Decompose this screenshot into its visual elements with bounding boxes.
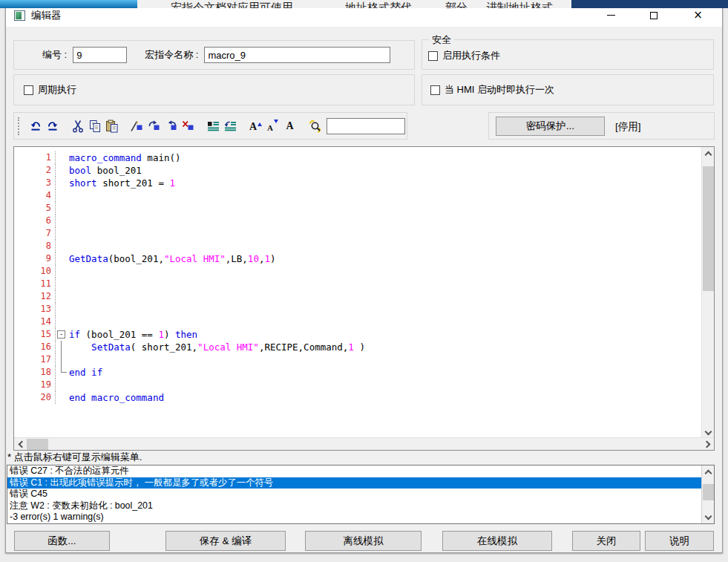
taskbar-fragment bbox=[0, 0, 137, 8]
outdent-icon[interactable] bbox=[222, 117, 239, 135]
font-enlarge-icon[interactable]: A bbox=[247, 117, 264, 135]
maximize-icon bbox=[650, 12, 658, 19]
code-line: 6 bbox=[14, 215, 702, 227]
compile-message-row[interactable]: -3 error(s) 1 warning(s) bbox=[7, 512, 714, 523]
font-shrink-icon[interactable]: A bbox=[264, 117, 281, 135]
error-scroll-thumb[interactable] bbox=[703, 484, 714, 500]
online-simulation-button[interactable]: 在线模拟 bbox=[442, 531, 552, 551]
clear-bookmarks-icon[interactable] bbox=[180, 117, 197, 135]
fold-column bbox=[56, 265, 69, 278]
close-dialog-button[interactable]: 关闭 bbox=[572, 531, 640, 551]
fold-column bbox=[56, 278, 69, 290]
copy-icon[interactable] bbox=[86, 117, 103, 135]
code-line: 7 bbox=[14, 227, 702, 240]
background-strip: 宏指令文档对应用可使用 地址格式替代 部分 进制地址格式 bbox=[0, 0, 728, 8]
compile-message-row[interactable]: 错误 C1 : 出现此项错误提示时， 一般都是多了或者少了一个符号 bbox=[7, 477, 714, 489]
line-number: 7 bbox=[14, 227, 56, 240]
line-number: 18 bbox=[14, 366, 56, 379]
toolbar-grip[interactable] bbox=[18, 117, 21, 135]
code-line: 10 bbox=[14, 265, 702, 278]
run-on-startup-label: 当 HMI 启动时即执行一次 bbox=[445, 83, 554, 97]
code-text: end if bbox=[69, 367, 102, 378]
horizontal-scroll-thumb[interactable] bbox=[27, 439, 48, 450]
code-view[interactable]: 1macro_command main()2bool bool_2013shor… bbox=[14, 147, 702, 438]
code-text: SetData( short_201,"Local HMI",RECIPE,Co… bbox=[69, 342, 365, 353]
paste-icon[interactable] bbox=[103, 117, 120, 135]
fold-column bbox=[56, 202, 69, 215]
scroll-up-button[interactable] bbox=[702, 147, 715, 160]
macro-name-input[interactable] bbox=[204, 47, 390, 63]
chevron-up-icon bbox=[705, 469, 712, 477]
background-text-fragment: 地址格式替代 bbox=[345, 1, 412, 8]
find-input[interactable] bbox=[327, 118, 405, 134]
password-protect-button[interactable]: 密码保护... bbox=[496, 117, 605, 136]
fold-column bbox=[56, 366, 69, 379]
scroll-left-button[interactable] bbox=[14, 438, 27, 451]
background-window-fragment bbox=[571, 0, 728, 8]
code-line: 1macro_command main() bbox=[14, 151, 702, 164]
periodic-checkbox[interactable] bbox=[24, 85, 33, 95]
code-text: if (bool_201 == 1) then bbox=[69, 329, 197, 340]
editor-horizontal-scrollbar[interactable] bbox=[14, 437, 714, 450]
enable-condition-label: 启用执行条件 bbox=[442, 49, 500, 62]
code-line: 17 bbox=[14, 353, 702, 366]
code-line: 3short short_201 = 1 bbox=[14, 177, 702, 189]
cut-icon[interactable] bbox=[69, 117, 86, 135]
password-group: 密码保护... [停用] bbox=[488, 112, 715, 140]
save-compile-button[interactable]: 保存 & 编译 bbox=[165, 531, 286, 551]
periodic-group: 周期执行 bbox=[13, 74, 415, 105]
code-line: 8 bbox=[14, 240, 702, 252]
fold-toggle[interactable]: - bbox=[56, 328, 69, 341]
close-icon: × bbox=[693, 10, 703, 21]
compile-message-row[interactable]: 错误 C27 : 不合法的运算元件 bbox=[7, 465, 714, 477]
compile-message-list[interactable]: 错误 C27 : 不合法的运算元件错误 C1 : 出现此项错误提示时， 一般都是… bbox=[7, 465, 715, 524]
scroll-right-button[interactable] bbox=[701, 438, 714, 451]
background-window-text: 宏指令文档对应用可使用 地址格式替代 部分 进制地址格式 bbox=[137, 0, 571, 8]
undo-icon[interactable] bbox=[27, 117, 44, 135]
redo-icon[interactable] bbox=[44, 117, 61, 135]
code-text: macro_command main() bbox=[69, 152, 181, 163]
chevron-down-icon bbox=[705, 512, 712, 520]
code-text: end macro_command bbox=[69, 392, 164, 403]
code-editor[interactable]: 1macro_command main()2bool bool_2013shor… bbox=[13, 146, 715, 451]
fold-column bbox=[56, 177, 69, 189]
macro-editor-dialog: 编辑器 × 编号 : 宏指令名称 : 安全 启用执行条件 周期执行 当 HMI … bbox=[5, 4, 723, 553]
line-number: 2 bbox=[14, 164, 56, 177]
line-number: 11 bbox=[14, 278, 56, 290]
line-number: 5 bbox=[14, 202, 56, 215]
find-icon[interactable] bbox=[306, 117, 324, 135]
offline-simulation-button[interactable]: 离线模拟 bbox=[305, 531, 422, 551]
error-scroll-down-button[interactable] bbox=[702, 511, 715, 523]
code-line: 11 bbox=[14, 278, 702, 290]
line-number: 1 bbox=[14, 151, 56, 164]
font-normal-icon[interactable]: A bbox=[281, 117, 298, 135]
line-number: 14 bbox=[14, 316, 56, 328]
code-line: 19 bbox=[14, 379, 702, 391]
code-text: bool bool_201 bbox=[69, 165, 142, 176]
vertical-scroll-thumb[interactable] bbox=[703, 166, 714, 291]
compile-message-row[interactable]: 错误 C45 bbox=[7, 489, 714, 500]
prev-bookmark-icon[interactable] bbox=[163, 117, 180, 135]
error-list-scrollbar[interactable] bbox=[701, 465, 714, 523]
number-label: 编号 : bbox=[42, 48, 67, 62]
run-on-startup-checkbox[interactable] bbox=[430, 85, 440, 95]
line-number: 17 bbox=[14, 353, 56, 366]
number-input[interactable] bbox=[73, 47, 127, 63]
line-number: 16 bbox=[14, 341, 56, 353]
code-line: 20end macro_command bbox=[14, 391, 702, 404]
code-line: 2bool bool_201 bbox=[14, 164, 702, 177]
hint-text: * 点击鼠标右键可显示编辑菜单. bbox=[7, 451, 142, 464]
editor-vertical-scrollbar[interactable] bbox=[701, 147, 714, 439]
code-line: 18end if bbox=[14, 366, 702, 379]
next-bookmark-icon[interactable] bbox=[145, 117, 163, 135]
line-number: 9 bbox=[14, 252, 56, 265]
enable-condition-checkbox[interactable] bbox=[428, 51, 438, 61]
error-scroll-up-button[interactable] bbox=[702, 465, 715, 478]
indent-icon[interactable] bbox=[205, 117, 222, 135]
functions-button[interactable]: 函数... bbox=[14, 531, 110, 551]
chevron-up-icon bbox=[705, 151, 712, 158]
toggle-bookmark-icon[interactable] bbox=[128, 117, 145, 135]
password-status: [停用] bbox=[615, 113, 641, 140]
compile-message-row[interactable]: 注意 W2 : 变数未初始化 : bool_201 bbox=[7, 500, 714, 512]
help-button[interactable]: 说明 bbox=[645, 531, 714, 551]
